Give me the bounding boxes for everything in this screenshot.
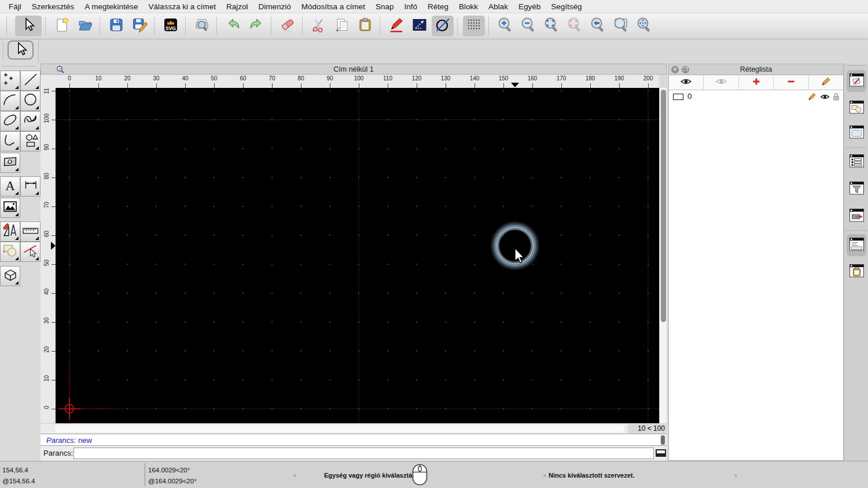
lock-icon[interactable] — [832, 93, 840, 103]
tool-polyline-button[interactable] — [0, 131, 20, 151]
dock-command-line-button[interactable] — [847, 234, 866, 256]
menu-item-infó[interactable]: Infó — [399, 2, 423, 11]
tool-solid-button[interactable] — [0, 266, 20, 286]
document-title-bar[interactable]: Cím nélkül 1 — [41, 64, 667, 75]
dock-selection-filter-button[interactable] — [847, 178, 866, 200]
menu-item-dimenzió[interactable]: Dimenzió — [253, 2, 296, 11]
toolbar-zoom-window-button[interactable] — [610, 16, 632, 36]
menu-item-fájl[interactable]: Fájl — [3, 2, 27, 11]
layer-panel-header[interactable]: ✕ ❐ Réteglista — [669, 64, 843, 75]
dock-pen-button[interactable] — [847, 205, 866, 227]
toolbar-paste-button[interactable] — [354, 16, 376, 36]
dock-property-editor-button[interactable] — [847, 151, 866, 173]
toolbar-open-file-button[interactable] — [74, 16, 96, 36]
tool-circle-button[interactable] — [20, 91, 41, 111]
layer-toolbar-edit-layer-pencil-button[interactable] — [809, 75, 843, 90]
status-selection-info: Nincs kiválasztott szervezet. — [549, 472, 635, 479]
toolbar-save-as-button[interactable] — [128, 16, 150, 36]
menu-item-szerkesztés[interactable]: Szerkesztés — [27, 2, 80, 11]
block-list-dock-icon — [849, 99, 865, 117]
toolbar-coordinates-button[interactable] — [409, 16, 431, 36]
toolbar-new-file-button[interactable] — [51, 16, 73, 36]
toolbar-draw-pencil-button[interactable] — [385, 16, 407, 36]
vruler-label: 80 — [43, 169, 50, 184]
tool-hatch-button[interactable] — [0, 153, 20, 173]
layer-toolbar-remove-layer-minus-button[interactable] — [774, 75, 808, 90]
toolbar-grid-toggle-button[interactable] — [463, 16, 485, 36]
palette-drag-handle-2[interactable] — [2, 66, 36, 67]
tool-line-button[interactable] — [20, 71, 41, 91]
command-history-scrollbar[interactable] — [660, 435, 666, 445]
toolbar-zoom-in-button[interactable] — [494, 16, 516, 36]
tool-dimension-button[interactable] — [20, 176, 41, 197]
dock-library-browser-button[interactable] — [847, 122, 866, 144]
command-input[interactable] — [73, 448, 654, 459]
tool-cad-tools-button[interactable] — [0, 221, 20, 242]
tool-shapes-button[interactable] — [20, 131, 41, 151]
drawing-canvas[interactable] — [56, 88, 659, 423]
vertical-scrollbar-thumb[interactable] — [661, 90, 666, 322]
tool-select-entities-button[interactable] — [0, 242, 20, 262]
toolbar-select-tool-button[interactable] — [15, 16, 42, 36]
tool-points-button[interactable] — [0, 71, 20, 91]
zoom-previous-icon — [590, 17, 606, 35]
horizontal-scrollbar-thumb[interactable] — [54, 425, 624, 432]
tool-ellipse-button[interactable] — [0, 111, 20, 131]
dock-layer-list-button[interactable] — [847, 70, 866, 92]
tool-spline-button[interactable] — [20, 111, 41, 131]
vruler-tick — [52, 380, 56, 380]
layer-toolbar-show-all-eye-button[interactable] — [669, 75, 704, 90]
tool-arc-button[interactable] — [0, 91, 20, 111]
tool-measure-button[interactable] — [20, 221, 41, 242]
toolbar-cut-button[interactable]: + — [308, 16, 330, 36]
toolbar-zoom-previous-button[interactable] — [587, 16, 609, 36]
dock-clipboard-button[interactable] — [847, 261, 866, 283]
grid-status-label: 10 < 100 — [628, 423, 667, 434]
current-tool-indicator[interactable] — [8, 40, 34, 60]
vertical-scrollbar[interactable] — [659, 88, 667, 423]
hruler-label: 120 — [408, 75, 425, 82]
menu-item-blokk[interactable]: Blokk — [454, 2, 483, 11]
layer-toolbar-hide-all-eye-button[interactable] — [704, 75, 738, 90]
menu-item-egyéb[interactable]: Egyéb — [513, 2, 546, 11]
coordinates-icon — [411, 17, 428, 35]
menu-item-módosítsa-a-címet[interactable]: Módosítsa a címet — [296, 2, 370, 11]
menu-item-segítség[interactable]: Segítség — [546, 2, 587, 11]
layer-color-swatch[interactable] — [673, 94, 683, 100]
toolbar-zoom-pan-button[interactable] — [633, 16, 655, 36]
toolbar-separator — [185, 17, 187, 35]
menu-item-válassza-ki-a-címet[interactable]: Válassza ki a címet — [144, 2, 221, 11]
tool-text-button[interactable]: A — [0, 176, 20, 197]
toolbar-svg-export-button[interactable]: SVG — [160, 16, 182, 36]
horizontal-scrollbar[interactable] — [41, 423, 628, 434]
visible-eye-icon[interactable] — [820, 93, 830, 103]
toolbar-save-button[interactable] — [105, 16, 127, 36]
tool-image-button[interactable] — [0, 198, 20, 218]
menu-item-rajzol[interactable]: Rajzol — [221, 2, 253, 11]
menu-item-réteg[interactable]: Réteg — [422, 2, 454, 11]
toolbar-copy-button[interactable]: + — [331, 16, 353, 36]
hruler-label: 70 — [263, 75, 281, 82]
toolbar-eraser-button[interactable] — [277, 16, 299, 36]
dock-drag-handle[interactable] — [848, 65, 865, 66]
edit-pencil-icon[interactable] — [808, 93, 816, 103]
layer-toolbar-add-layer-plus-button[interactable] — [739, 75, 774, 90]
layer-row[interactable]: 0 — [669, 90, 843, 103]
toolbar-zoom-out-button[interactable] — [517, 16, 539, 36]
menu-item-ablak[interactable]: Ablak — [483, 2, 513, 11]
dock-block-list-button[interactable] — [847, 97, 866, 119]
toolbar-zoom-auto-button[interactable] — [540, 16, 562, 36]
palette-drag-handle[interactable] — [3, 42, 4, 58]
menu-item-a-megtekintése[interactable]: A megtekintése — [79, 2, 143, 11]
toolbar-construction-circle-button[interactable] — [432, 16, 454, 36]
command-history-scrollbar-thumb[interactable] — [661, 435, 665, 445]
hruler-label: 190 — [610, 75, 628, 82]
toolbar-undo-button[interactable] — [222, 16, 244, 36]
menu-item-snap[interactable]: Snap — [370, 2, 399, 11]
toolbar-print-preview-button[interactable] — [191, 16, 213, 36]
tool-modify-button[interactable] — [20, 242, 41, 262]
vruler-tick — [52, 409, 56, 409]
hruler-label: 200 — [639, 75, 657, 82]
command-window-toggle-icon[interactable] — [656, 449, 666, 457]
toolbar-redo-button[interactable] — [245, 16, 267, 36]
